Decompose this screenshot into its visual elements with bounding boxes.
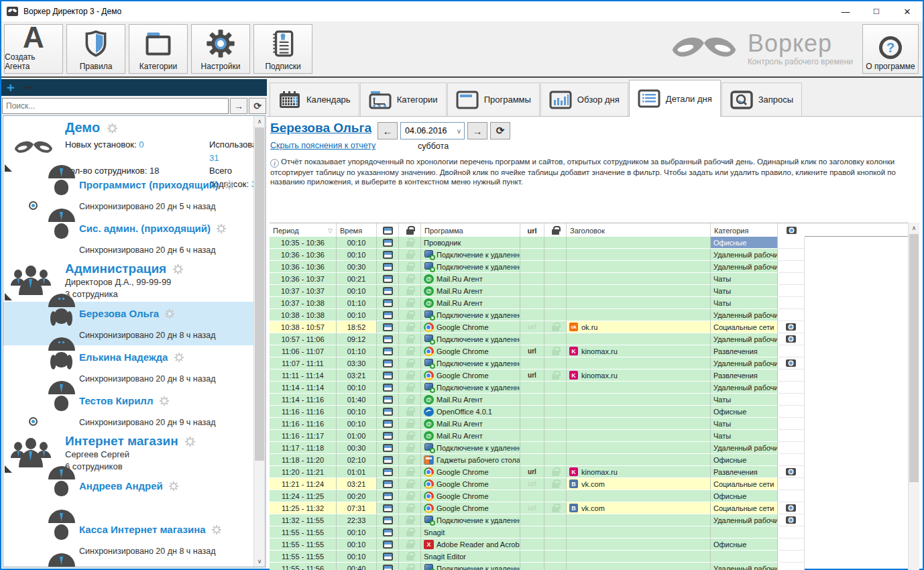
- cell-screenshot[interactable]: [778, 285, 805, 297]
- cell-program[interactable]: Snagit Editor: [421, 551, 520, 563]
- cell-category[interactable]: Офисные: [711, 237, 778, 249]
- cell-title[interactable]: [567, 563, 711, 570]
- cell-url[interactable]: url: [520, 321, 544, 333]
- cell-program[interactable]: @Mail.Ru Агент: [421, 273, 520, 285]
- cell-url[interactable]: url: [520, 369, 544, 382]
- cell-screen[interactable]: [377, 285, 399, 297]
- cell-screen[interactable]: [377, 406, 399, 418]
- expand-icon[interactable]: [5, 293, 12, 300]
- cell-lock[interactable]: [399, 502, 421, 514]
- cell-program[interactable]: Google Chrome: [421, 321, 520, 333]
- cell-program[interactable]: Google Chrome: [421, 466, 520, 478]
- cell-screenshot[interactable]: [778, 309, 805, 321]
- cell-url-lock[interactable]: [544, 394, 567, 406]
- cell-screenshot[interactable]: [778, 538, 805, 551]
- cell-screen[interactable]: [377, 345, 399, 357]
- cell-url-lock[interactable]: [544, 261, 567, 273]
- cell-screenshot[interactable]: [778, 430, 805, 442]
- employee-name[interactable]: Березова Ольга: [79, 302, 253, 319]
- cell-period[interactable]: 11:14 - 11:16: [270, 394, 337, 406]
- cell-title[interactable]: [567, 261, 711, 273]
- cell-url[interactable]: [520, 526, 544, 538]
- cell-url-lock[interactable]: [544, 490, 567, 502]
- cell-program[interactable]: @Mail.Ru Агент: [421, 297, 520, 309]
- cell-time[interactable]: 01:10: [337, 297, 377, 309]
- table-row[interactable]: 11:14 - 11:16 01:40 @Mail.Ru Агент Чаты: [270, 394, 908, 406]
- cell-screenshot[interactable]: [778, 442, 805, 454]
- tab-1[interactable]: Категории: [360, 82, 447, 116]
- cell-screen[interactable]: [377, 261, 399, 273]
- minimize-button[interactable]: —: [830, 1, 861, 21]
- col-period[interactable]: Период▽: [270, 223, 337, 237]
- cell-program[interactable]: Подключение к удаленно: [421, 382, 520, 394]
- col-program[interactable]: Программа: [421, 223, 520, 237]
- table-row[interactable]: 10:36 - 10:36 00:10 Подключение к удален…: [270, 249, 908, 261]
- cell-lock[interactable]: [399, 478, 421, 490]
- table-row[interactable]: 11:55 - 11:55 00:10 XAdobe Reader and Ac…: [270, 538, 908, 551]
- cell-period[interactable]: 11:32 - 11:55: [270, 514, 337, 526]
- tree-employee-item[interactable]: Сис. админ. (приходящий) Синхронизирован…: [3, 217, 253, 260]
- cell-period[interactable]: 10:38 - 10:57: [270, 321, 337, 333]
- cell-category[interactable]: Социальные сети: [711, 321, 778, 333]
- col-screenshot[interactable]: [778, 223, 805, 237]
- cell-program[interactable]: Проводник: [421, 237, 520, 249]
- cell-url-lock[interactable]: [544, 502, 567, 514]
- cell-program[interactable]: Google Chrome: [421, 369, 520, 382]
- cell-screen[interactable]: [377, 418, 399, 430]
- cell-program[interactable]: Подключение к удаленно: [421, 563, 520, 570]
- cell-time[interactable]: 03:21: [337, 369, 377, 382]
- tree-employee-item[interactable]: Елькина Надежда Синхронизировано 20 дн 8…: [3, 345, 253, 389]
- cell-title[interactable]: [567, 442, 711, 454]
- table-row[interactable]: 11:11 - 11:14 03:21 Google Chrome url Kk…: [270, 369, 908, 382]
- cell-url-lock[interactable]: [544, 514, 567, 526]
- col-url-lock[interactable]: [544, 223, 567, 237]
- cell-category[interactable]: Социальные сети: [711, 478, 778, 490]
- cell-program[interactable]: Подключение к удаленно: [421, 249, 520, 261]
- cell-screenshot[interactable]: [778, 563, 805, 570]
- scrollbar-thumb[interactable]: [909, 234, 919, 482]
- next-day-button[interactable]: →: [467, 122, 487, 139]
- table-row[interactable]: 10:35 - 10:36 00:10 Проводник Офисные: [270, 237, 908, 249]
- cell-title[interactable]: okok.ru: [567, 321, 711, 333]
- cell-url[interactable]: url: [520, 466, 544, 478]
- cell-time[interactable]: 00:10: [337, 249, 377, 261]
- table-row[interactable]: 11:32 - 11:55 22:33 Подключение к удален…: [270, 514, 908, 526]
- cell-title[interactable]: [567, 309, 711, 321]
- cell-url[interactable]: [520, 454, 544, 466]
- gear-icon[interactable]: [160, 396, 169, 406]
- cell-time[interactable]: 00:10: [337, 538, 377, 551]
- cell-time[interactable]: 00:21: [337, 273, 377, 285]
- cell-url-lock[interactable]: [544, 357, 567, 369]
- cell-category[interactable]: Удаленный рабочи: [711, 309, 778, 321]
- cell-title[interactable]: [567, 514, 711, 526]
- cell-time[interactable]: 03:30: [337, 357, 377, 369]
- search-input[interactable]: [2, 98, 229, 114]
- cell-program[interactable]: @Mail.Ru Агент: [421, 418, 520, 430]
- cell-period[interactable]: 11:16 - 11:17: [270, 430, 337, 442]
- cell-category[interactable]: Развлечения: [711, 345, 778, 357]
- employee-name[interactable]: Андреев Андрей: [79, 474, 253, 492]
- cell-screenshot[interactable]: [778, 321, 805, 333]
- cell-program[interactable]: Подключение к удаленно: [421, 333, 520, 345]
- cell-screenshot[interactable]: [778, 273, 805, 285]
- close-button[interactable]: ✕: [892, 1, 923, 21]
- cell-time[interactable]: 01:00: [337, 430, 377, 442]
- cell-period[interactable]: 10:38 - 10:38: [270, 309, 337, 321]
- table-row[interactable]: 11:55 - 11:55 00:10 Snagit Editor: [270, 551, 908, 563]
- cell-url[interactable]: [520, 357, 544, 369]
- cell-program[interactable]: Подключение к удаленно: [421, 514, 520, 526]
- cell-screen[interactable]: [377, 321, 399, 333]
- cell-title[interactable]: [567, 538, 711, 551]
- tree-employee-item[interactable]: Березова Ольга Синхронизировано 20 дн 8 …: [3, 302, 253, 345]
- cell-url[interactable]: [520, 538, 544, 551]
- table-row[interactable]: 11:21 - 11:24 03:21 Google Chrome url Bv…: [270, 478, 908, 490]
- cell-title[interactable]: [567, 490, 711, 502]
- cell-period[interactable]: 10:36 - 10:36: [270, 249, 337, 261]
- cell-url-lock[interactable]: [544, 551, 567, 563]
- cell-program[interactable]: @Mail.Ru Агент: [421, 285, 520, 297]
- rules-button[interactable]: Правила: [66, 24, 125, 74]
- cell-time[interactable]: 01:10: [337, 345, 377, 357]
- cell-category[interactable]: Удаленный рабочи: [711, 261, 778, 273]
- col-time[interactable]: Время: [337, 223, 377, 237]
- employee-name[interactable]: Елькина Надежда: [79, 345, 253, 363]
